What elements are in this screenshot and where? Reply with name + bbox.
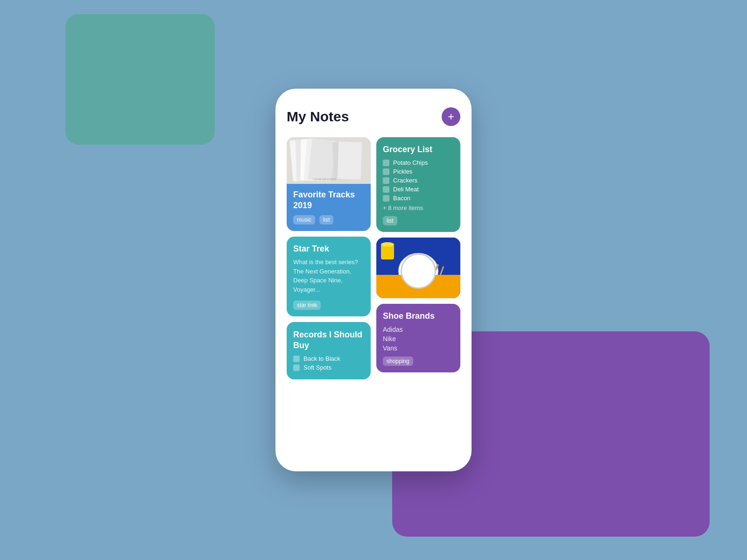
checkbox-icon-2 [293, 364, 300, 371]
bg-teal-rect [65, 14, 215, 145]
checkbox-icon [383, 177, 389, 184]
records-should-buy-card[interactable]: Records I Should Buy Back to Black Soft … [287, 322, 371, 379]
svg-rect-18 [428, 264, 439, 286]
record-item-1: Back to Black [293, 355, 364, 362]
shoe-brands-card[interactable]: Shoe Brands Adidas Nike Vans shopping [376, 304, 460, 372]
record-name-2: Soft Spots [303, 364, 331, 371]
more-items-text: + 8 more items [383, 204, 454, 211]
star-trek-card[interactable]: Star Trek What is the best series? The N… [287, 237, 371, 316]
plus-icon: + [448, 111, 454, 122]
svg-point-12 [399, 253, 438, 289]
record-name-1: Back to Black [303, 355, 340, 362]
svg-text:7 20 035-026  STEREO: 7 20 035-026 STEREO [312, 178, 337, 181]
item-name: Deli Meat [393, 186, 419, 193]
left-column: 7 20 035-026 STEREO Favorite Tracks 2019… [287, 137, 371, 379]
tag-startrek[interactable]: star trek [293, 301, 321, 310]
tag-list[interactable]: list [383, 216, 397, 225]
svg-point-13 [402, 256, 435, 286]
shoe-item-1: Adidas [383, 326, 454, 333]
svg-point-15 [413, 269, 423, 277]
card-title: Grocery List [383, 145, 454, 154]
record-item-2: Soft Spots [293, 364, 364, 371]
card-body: Favorite Tracks 2019 music list [287, 184, 371, 231]
grocery-item-2: Pickles [383, 168, 454, 175]
card-text: What is the best series? The Next Genera… [293, 258, 364, 294]
svg-point-14 [408, 264, 429, 281]
grocery-item-4: Deli Meat [383, 186, 454, 193]
grocery-item-1: Potato Chips [383, 159, 454, 166]
checkbox-icon [383, 186, 389, 193]
shoe-item-2: Nike [383, 335, 454, 343]
item-name: Pickles [393, 168, 412, 175]
card-title: Records I Should Buy [293, 329, 364, 350]
checkbox-icon [383, 195, 389, 202]
records-image-svg: 7 20 035-026 STEREO [287, 137, 371, 184]
phone-frame: My Notes + [275, 89, 472, 471]
add-note-button[interactable]: + [442, 107, 460, 126]
page-title: My Notes [287, 109, 349, 125]
card-title: Star Trek [293, 244, 364, 254]
shoe-item-3: Vans [383, 344, 454, 352]
item-name: Potato Chips [393, 159, 428, 166]
svg-marker-11 [376, 280, 423, 298]
card-tags: music list [293, 215, 364, 224]
item-name: Bacon [393, 195, 410, 202]
checkbox-icon [383, 168, 389, 175]
tag-shopping[interactable]: shopping [383, 357, 413, 366]
grocery-item-5: Bacon [383, 195, 454, 202]
svg-rect-7 [338, 141, 362, 180]
item-name: Crackers [393, 177, 417, 184]
grocery-list-card[interactable]: Grocery List Potato Chips Pickles Cracke… [376, 137, 460, 232]
card-title: Shoe Brands [383, 311, 454, 321]
tag-list[interactable]: list [319, 215, 334, 224]
checkbox-icon [383, 160, 389, 166]
svg-rect-5 [308, 139, 336, 182]
favorite-tracks-card[interactable]: 7 20 035-026 STEREO Favorite Tracks 2019… [287, 137, 371, 231]
svg-marker-10 [376, 280, 414, 298]
food-image [376, 238, 460, 298]
tag-music[interactable]: music [293, 215, 315, 224]
checkbox-icon [293, 356, 300, 362]
card-image-area: 7 20 035-026 STEREO [287, 137, 371, 184]
svg-point-17 [381, 242, 394, 247]
header: My Notes + [287, 107, 460, 126]
right-column: Grocery List Potato Chips Pickles Cracke… [376, 137, 460, 379]
card-title: Favorite Tracks 2019 [293, 189, 364, 210]
food-photo-card[interactable] [376, 238, 460, 298]
food-image-svg [376, 238, 460, 298]
grocery-item-3: Crackers [383, 177, 454, 184]
